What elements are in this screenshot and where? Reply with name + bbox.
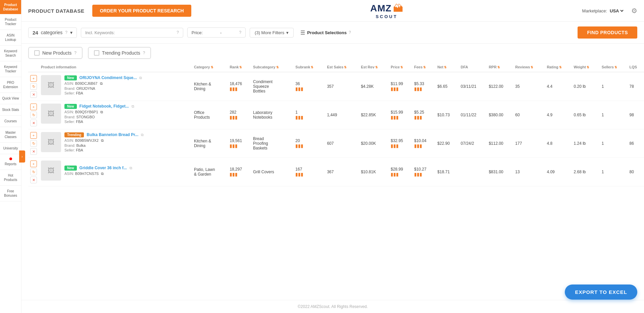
- keywords-help-icon[interactable]: ?: [177, 30, 179, 35]
- row-delete-btn[interactable]: ✕: [30, 120, 37, 126]
- sidebar-item-courses[interactable]: Courses: [0, 116, 21, 127]
- product-badge: Trending: [64, 132, 84, 137]
- product-selections-label: Product Selections: [307, 30, 347, 35]
- copy-asin-icon[interactable]: ⧉: [100, 110, 103, 114]
- product-name[interactable]: ORIJOYNA Condiment Sque...: [80, 75, 137, 80]
- col-est-rev[interactable]: Est Rev⇅: [359, 62, 389, 72]
- row-refresh-btn[interactable]: ↻: [30, 169, 37, 175]
- more-filters-button[interactable]: (3) More Filters ▾: [250, 28, 294, 38]
- col-fees[interactable]: Fees⇅: [412, 62, 435, 72]
- row-add-btn[interactable]: +: [30, 132, 37, 139]
- new-products-help-icon[interactable]: ?: [74, 51, 77, 55]
- col-product-info[interactable]: Product information: [39, 62, 192, 72]
- sidebar-item-master-classes[interactable]: Master Classes: [0, 127, 21, 143]
- col-category[interactable]: Category⇅: [192, 62, 228, 72]
- categories-filter[interactable]: 24 categories ? ▾: [28, 27, 77, 38]
- keywords-input[interactable]: [117, 30, 174, 35]
- sidebar-item-keyword-tracker[interactable]: Keyword Tracker: [0, 61, 21, 77]
- settings-icon[interactable]: ⚙: [631, 7, 637, 15]
- sidebar-collapse-arrow[interactable]: ›: [19, 150, 25, 163]
- col-reviews[interactable]: Reviews⇅: [513, 62, 545, 72]
- bar-chart-icon[interactable]: ▮▮▮: [391, 172, 410, 177]
- copy-name-icon[interactable]: ⧉: [139, 76, 142, 80]
- sidebar-item-stock-stats[interactable]: Stock Stats: [0, 104, 21, 116]
- row-refresh-btn[interactable]: ↻: [30, 112, 37, 118]
- price-max-input[interactable]: 70: [224, 30, 236, 35]
- sidebar-item-product-database[interactable]: Product Database: [0, 0, 21, 14]
- row-delete-btn[interactable]: ✕: [30, 91, 37, 98]
- price-min-input[interactable]: 10: [205, 30, 217, 35]
- categories-label: categories: [41, 30, 63, 35]
- sidebar-item-keyword-search[interactable]: Keyword Search: [0, 46, 21, 61]
- col-lqs[interactable]: LQS: [628, 62, 644, 72]
- sidebar-item-reports[interactable]: Reports: [0, 154, 21, 170]
- marketplace-selector[interactable]: Marketplace: USA UK DE CA: [582, 8, 625, 14]
- sidebar-item-pro-extension[interactable]: PRO Extension: [0, 77, 21, 93]
- trending-products-checkbox[interactable]: [94, 50, 99, 56]
- selections-help-icon[interactable]: ?: [349, 30, 351, 35]
- find-products-button[interactable]: FIND PRODUCTS: [578, 26, 637, 39]
- col-dfa[interactable]: DFA: [459, 62, 487, 72]
- price-help-icon[interactable]: ?: [239, 30, 241, 35]
- bar-chart-icon[interactable]: ▮▮▮: [391, 115, 410, 120]
- col-rating[interactable]: Rating⇅: [545, 62, 572, 72]
- bar-chart-icon[interactable]: ▮▮▮: [391, 143, 410, 148]
- col-net[interactable]: Net⇅: [435, 62, 458, 72]
- col-subrank[interactable]: Subrank⇅: [293, 62, 325, 72]
- col-subcategory[interactable]: Subcategory⇅: [251, 62, 293, 72]
- categories-help-icon[interactable]: ?: [65, 30, 67, 35]
- copy-name-icon[interactable]: ⧉: [141, 133, 144, 137]
- col-sellers[interactable]: Sellers⇅: [600, 62, 628, 72]
- product-name[interactable]: Fidget Notebook, Fidget...: [80, 104, 129, 109]
- new-products-checkbox[interactable]: [34, 50, 40, 56]
- bar-chart-icon[interactable]: ▮▮▮: [230, 115, 249, 120]
- bar-chart-icon[interactable]: ▮▮▮: [391, 86, 410, 91]
- col-rank[interactable]: Rank⇅: [228, 62, 251, 72]
- bar-chart-icon[interactable]: ▮▮▮: [295, 115, 323, 120]
- marketplace-dropdown[interactable]: USA UK DE CA: [608, 8, 625, 14]
- row-add-btn[interactable]: +: [30, 75, 37, 82]
- bar-chart-icon[interactable]: ▮▮▮: [414, 143, 433, 148]
- row-add-btn[interactable]: +: [30, 161, 37, 167]
- order-research-button[interactable]: ORDER YOUR PRODUCT RESEARCH: [92, 5, 191, 17]
- row-1-est_sales: 1,449: [325, 101, 359, 129]
- bar-chart-icon[interactable]: ▮▮▮: [295, 86, 323, 91]
- categories-chevron-icon[interactable]: ▾: [70, 30, 72, 35]
- copy-name-icon[interactable]: ⧉: [130, 166, 132, 170]
- sidebar-item-quick-view[interactable]: Quick View: [0, 93, 21, 104]
- sidebar-item-hot-products[interactable]: Hot Products: [0, 170, 21, 186]
- bar-chart-icon[interactable]: ▮▮▮: [295, 143, 323, 148]
- product-name[interactable]: Bulka Banneton Bread Pr...: [87, 132, 138, 137]
- bar-chart-icon[interactable]: ▮▮▮: [230, 172, 249, 177]
- col-est-sales[interactable]: Est Sales⇅: [325, 62, 359, 72]
- bar-chart-icon[interactable]: ▮▮▮: [414, 172, 433, 177]
- row-refresh-btn[interactable]: ↻: [30, 140, 37, 147]
- copy-name-icon[interactable]: ⧉: [132, 104, 134, 109]
- bar-chart-icon[interactable]: ▮▮▮: [230, 86, 249, 91]
- sidebar-item-product-tracker[interactable]: Product Tracker: [0, 14, 21, 30]
- sidebar-item-free-bonuses[interactable]: Free Bonuses: [0, 186, 21, 201]
- row-delete-btn[interactable]: ✕: [30, 177, 37, 183]
- row-add-btn[interactable]: +: [30, 104, 37, 110]
- product-selections-button[interactable]: ☰ Product Selections ?: [298, 27, 353, 38]
- col-rpr[interactable]: RPR⇅: [487, 62, 513, 72]
- row-delete-btn[interactable]: ✕: [30, 148, 37, 155]
- col-price[interactable]: Price⇅: [389, 62, 412, 72]
- copy-asin-icon[interactable]: ⧉: [101, 138, 104, 142]
- trending-products-help-icon[interactable]: ?: [143, 51, 145, 55]
- col-weight[interactable]: Weight⇅: [572, 62, 600, 72]
- bar-chart-icon[interactable]: ▮▮▮: [295, 172, 323, 177]
- bar-chart-icon[interactable]: ▮▮▮: [230, 143, 249, 148]
- product-name[interactable]: Griddle Cover 36 inch f...: [80, 166, 127, 170]
- new-products-toggle[interactable]: New Products ?: [28, 47, 83, 59]
- sidebar-item-university[interactable]: University: [0, 143, 21, 154]
- export-to-excel-button[interactable]: EXPORT TO EXCEL: [565, 285, 637, 300]
- copy-asin-icon[interactable]: ⧉: [101, 172, 104, 176]
- trending-products-toggle[interactable]: Trending Products ?: [88, 47, 151, 59]
- bar-chart-icon[interactable]: ▮▮▮: [414, 86, 433, 91]
- row-2-actions: + ↻ ✕: [28, 129, 39, 158]
- copy-asin-icon[interactable]: ⧉: [100, 81, 103, 85]
- sidebar-item-asin-lookup[interactable]: ASIN Lookup: [0, 30, 21, 46]
- bar-chart-icon[interactable]: ▮▮▮: [414, 115, 433, 120]
- row-refresh-btn[interactable]: ↻: [30, 83, 37, 90]
